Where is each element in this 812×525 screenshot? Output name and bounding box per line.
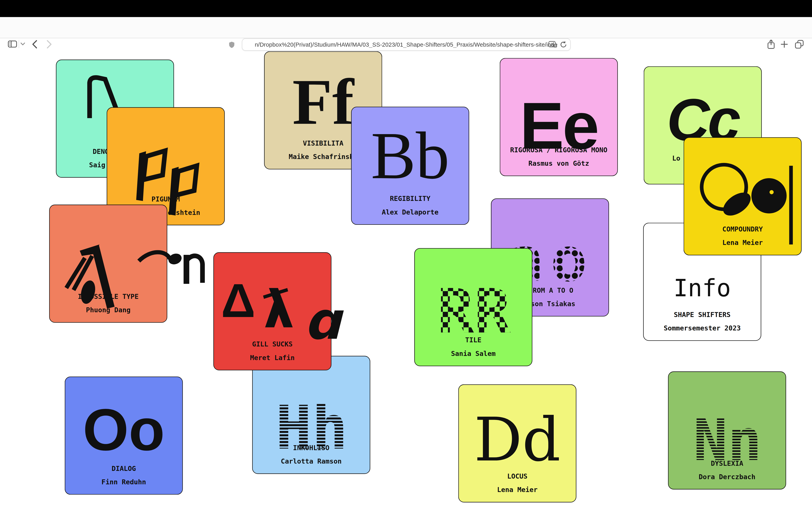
- sidebar-menu-chevron[interactable]: [20, 42, 25, 46]
- privacy-shield-icon: [228, 41, 234, 48]
- designer-name: Dora Derczbach: [669, 473, 786, 481]
- card-regibility[interactable]: Bb REGIBILITY Alex Delaporte: [351, 107, 469, 225]
- card-impossible-type[interactable]: IMPOSSIBLE TYPE Phuong Dang: [49, 205, 167, 323]
- card-tile[interactable]: RR TILE Sania Salem: [414, 248, 532, 366]
- delta-glyph: Δ: [221, 276, 255, 324]
- browser-toolbar: n/Dropbox%20(Privat)/Studium/HAW/MA/03_S…: [0, 17, 812, 38]
- typeface-name: TILE: [415, 336, 532, 344]
- translate-icon[interactable]: A: [548, 41, 557, 48]
- designer-name: Carlotta Ramson: [253, 457, 370, 465]
- forward-button[interactable]: [46, 39, 53, 49]
- svg-text:RR: RR: [437, 276, 511, 346]
- designer-name: Finn Reduhn: [65, 478, 182, 486]
- forward-chevron-icon: [46, 40, 52, 49]
- plus-icon: [780, 41, 788, 48]
- card-rigorosa[interactable]: Ee RIGOROSA / RIGOROSA MONO Rasmus von G…: [500, 58, 618, 176]
- typeface-name: Lo: [672, 154, 680, 162]
- typeface-name: LOCUS: [459, 472, 576, 480]
- share-icon: [767, 39, 775, 49]
- designer-name: okshtein: [168, 209, 200, 216]
- address-bar[interactable]: n/Dropbox%20(Privat)/Studium/HAW/MA/03_S…: [242, 38, 571, 50]
- typeface-name: REGIBILITY: [352, 195, 469, 202]
- new-tab-button[interactable]: [780, 40, 789, 49]
- typeface-name: RIGOROSA / RIGOROSA MONO: [500, 146, 617, 154]
- designer-name: Sania Salem: [415, 350, 532, 357]
- toolbar-divider: [18, 40, 19, 48]
- typeface-name: DYSLEXIA: [669, 460, 786, 467]
- share-button[interactable]: [766, 39, 776, 49]
- card-gill-sucks[interactable]: Δ ƛ ɑ GILL SUCKS Meret Lafin: [213, 252, 331, 370]
- designer-name: Rasmus von Götz: [500, 160, 617, 167]
- svg-text:Hh: Hh: [276, 393, 348, 463]
- card-inkohliso[interactable]: Hh INKOHLISO Carlotta Ramson: [252, 356, 370, 474]
- address-bar-url: n/Dropbox%20(Privat)/Studium/HAW/MA/03_S…: [255, 41, 558, 47]
- info-line2: Sommersemester 2023: [644, 324, 761, 332]
- tiled-rr-glyph: RR: [422, 260, 525, 345]
- typeface-name: DIALOG: [65, 465, 182, 472]
- designer-name: Lena Meier: [684, 239, 801, 246]
- card-locus[interactable]: Dd LOCUS Lena Meier: [458, 384, 577, 502]
- chevron-down-icon: [20, 42, 25, 46]
- typeface-name: GILL SUCKS: [214, 340, 331, 348]
- typeface-name: COMPOUNDRY: [684, 225, 801, 233]
- back-chevron-icon: [32, 40, 38, 49]
- macos-menubar: [0, 0, 812, 17]
- designer-name: Lena Meier: [459, 486, 576, 494]
- designer-name: Saig: [89, 161, 105, 169]
- tab-overview-button[interactable]: [794, 39, 804, 49]
- card-compoundry[interactable]: COMPOUNDRY Lena Meier: [684, 137, 802, 255]
- dd-glyph: Dd: [459, 410, 576, 470]
- designer-name: Alex Delaporte: [352, 208, 469, 216]
- typeface-name: IMPOSSIBLE TYPE: [50, 293, 167, 300]
- tab-overview-icon: [795, 40, 803, 49]
- impossible-a-glyph: [61, 242, 134, 312]
- card-dialog[interactable]: Oo DIALOG Finn Reduhn: [65, 376, 183, 495]
- screen: n/Dropbox%20(Privat)/Studium/HAW/MA/03_S…: [0, 0, 812, 525]
- lambda-bar-glyph: ƛ: [264, 284, 294, 335]
- oo-glyph: Oo: [65, 400, 182, 460]
- typeface-name: DENO: [93, 148, 109, 155]
- alpha-glyph: ɑ: [304, 295, 341, 347]
- reload-icon[interactable]: [560, 41, 567, 48]
- info-line1: SHAPE SHIFTERS: [644, 311, 761, 318]
- back-button[interactable]: [31, 39, 38, 49]
- sidebar-icon: [8, 41, 17, 48]
- impossible-m-overflow-glyph: [137, 245, 206, 286]
- bb-glyph: Bb: [352, 122, 469, 189]
- card-dyslexia[interactable]: Nn DYSLEXIA Dora Derczbach: [668, 371, 786, 490]
- typeface-name: INKOHLISO: [253, 444, 370, 451]
- designer-name: Meret Lafin: [214, 354, 331, 361]
- designer-name: Phuong Dang: [50, 306, 167, 314]
- typeface-name: PIGUMIM: [107, 195, 224, 203]
- info-title: Info: [644, 274, 761, 302]
- svg-text:A: A: [551, 42, 554, 47]
- sidebar-toggle-button[interactable]: [7, 40, 18, 48]
